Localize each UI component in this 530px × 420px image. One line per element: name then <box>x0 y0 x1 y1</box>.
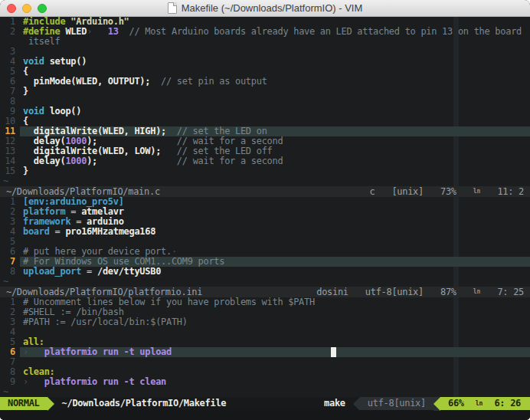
maximize-button[interactable] <box>38 4 47 13</box>
window-controls <box>7 4 47 13</box>
syntax-segment: = <box>65 207 81 217</box>
line-text <box>20 47 530 57</box>
statusline-inactive[interactable]: ~/Downloads/PlatformIO/platformio.inidos… <box>0 287 530 297</box>
statusline-path: ~/Downloads/PlatformIO/main.c <box>6 186 160 197</box>
code-line[interactable]: 3framework = arduino <box>0 217 530 227</box>
syntax-segment: pro16MHzatmega168 <box>65 227 155 237</box>
titlebar[interactable]: Makefile (~/Downloads/PlatformIO) - VIM <box>0 0 530 17</box>
syntax-segment <box>97 136 177 146</box>
line-number: 4 <box>0 227 20 237</box>
code-line[interactable]: 5all: <box>0 337 530 347</box>
syntax-segment: # For Windows OS use <box>23 257 134 267</box>
code-line[interactable]: 4 <box>0 327 530 337</box>
syntax-segment: ttyUSB0 <box>124 267 161 277</box>
line-number: 3 <box>0 47 20 57</box>
line-number: 5 <box>0 67 20 77</box>
syntax-segment: { <box>23 67 28 77</box>
statusline-inactive[interactable]: ~/Downloads/PlatformIO/main.cc[unix]73%l… <box>0 186 530 197</box>
code-line[interactable]: 6 pinMode(WLED, OUTPUT); // set pin as o… <box>0 77 530 87</box>
code-line[interactable]: 11 digitalWrite(WLED, HIGH); // set the … <box>0 126 530 136</box>
code-line[interactable]: 2platform = atmelavr <box>0 207 530 217</box>
syntax-segment: 13 <box>108 27 119 37</box>
code-line[interactable]: 9› platformio run -t clean <box>0 377 530 387</box>
line-number: 14 <box>0 156 20 166</box>
scroll-percent: 66% <box>448 397 464 410</box>
filler-line[interactable]: ~ <box>0 387 530 397</box>
syntax-segment <box>23 126 34 136</box>
code-line[interactable]: 4void setup() <box>0 57 530 67</box>
line-number: 7 <box>0 87 20 97</box>
code-line[interactable]: 10{ <box>0 116 530 126</box>
code-line[interactable]: 3 <box>0 47 530 57</box>
line-number: 4 <box>0 327 20 337</box>
code-line[interactable]: 8clean: <box>0 367 530 377</box>
position-segment: 66% ln 6: 26 <box>440 397 530 410</box>
close-button[interactable] <box>7 4 16 13</box>
code-line[interactable]: 2#define WLED› 13 // Most Arduino boards… <box>0 27 530 37</box>
line-text: platform = atmelavr <box>20 207 530 217</box>
code-line[interactable]: 8upload_port = /dev/ttyUSB0 <box>0 267 530 277</box>
syntax-segment <box>23 77 34 87</box>
line-text: › platformio run -t clean <box>20 377 530 387</box>
line-number: 6 <box>0 347 20 357</box>
line-number: 7 <box>0 257 20 267</box>
syntax-segment <box>161 146 177 156</box>
code-line[interactable]: 8 <box>0 97 530 107</box>
line-number: 5 <box>0 237 20 247</box>
code-line[interactable]: 3#PATH := /usr/local/bin:$(PATH) <box>0 317 530 327</box>
syntax-segment <box>23 136 34 146</box>
code-line[interactable]: 7# For Windows OS use COM1...COM9 ports <box>0 257 530 267</box>
syntax-segment: usr <box>76 317 92 327</box>
line-number: 2 <box>0 307 20 317</box>
syntax-segment: framework <box>23 217 70 227</box>
code-line[interactable]: 7 <box>0 357 530 367</box>
statusline-active[interactable]: NORMAL ~/Downloads/PlatformIO/Makefile m… <box>0 397 530 410</box>
code-line[interactable]: 1[env:arduino_pro5v] <box>0 197 530 207</box>
filler-line[interactable]: ~ <box>0 277 530 287</box>
command-line[interactable] <box>0 410 530 420</box>
code-line[interactable]: 14 delay(1000); // wait for a second <box>0 156 530 166</box>
code-line[interactable]: 9void loop() <box>0 107 530 116</box>
syntax-segment: › <box>23 377 28 387</box>
syntax-segment: // Most Arduino boards already have an L… <box>129 27 522 37</box>
code-line[interactable]: 6› platformio run -t upload <box>0 347 530 357</box>
line-number: 5 <box>0 337 20 347</box>
code-line[interactable]: 2#SHELL := /bin/bash <box>0 307 530 317</box>
code-line[interactable]: 5 <box>0 237 530 247</box>
code-line[interactable]: 1# Uncomment lines below if you have pro… <box>0 297 530 307</box>
line-number: 4 <box>0 57 20 67</box>
code-line[interactable]: 15} <box>0 166 530 176</box>
syntax-segment: digitalWrite(WLED, LOW); <box>34 146 161 156</box>
code-line[interactable]: 4board = pro16MHzatmega168 <box>0 227 530 237</box>
statusline-percent: 87% <box>440 287 456 297</box>
syntax-segment: /dev/ <box>97 267 124 277</box>
code-line[interactable]: 5{ <box>0 67 530 77</box>
code-line[interactable]: 12 delay(1000); // wait for a second <box>0 136 530 146</box>
line-text: # Uncomment lines below if you have prob… <box>20 297 530 307</box>
line-number: 1 <box>0 197 20 207</box>
active-file-path: ~/Downloads/PlatformIO/Makefile <box>62 397 227 410</box>
syntax-segment: board <box>23 227 50 237</box>
syntax-segment: #SHELL := /bin/bash <box>23 307 124 317</box>
line-text: upload_port = /dev/ttyUSB0 <box>20 267 530 277</box>
line-number: 6 <box>0 77 20 87</box>
line-text: all: <box>20 337 530 347</box>
line-number-icon: ln <box>473 287 481 297</box>
syntax-segment: all: <box>23 337 44 347</box>
code-line[interactable]: itself <box>0 37 530 47</box>
window-title: Makefile (~/Downloads/PlatformIO) - VIM <box>182 2 363 14</box>
syntax-segment: WLED <box>65 27 87 37</box>
filler-line[interactable]: ~ <box>0 176 530 186</box>
minimize-button[interactable] <box>22 4 31 13</box>
statusline-path: ~/Downloads/PlatformIO/platformio.ini <box>6 287 202 297</box>
syntax-segment: // wait for a second <box>177 156 283 166</box>
code-line[interactable]: 13 digitalWrite(WLED, LOW); // set the L… <box>0 146 530 156</box>
syntax-segment <box>44 107 50 116</box>
line-number: 8 <box>0 97 20 107</box>
code-line[interactable]: 1#include "Arduino.h" <box>0 17 530 27</box>
code-line[interactable]: 7} <box>0 87 530 97</box>
syntax-segment: 1000 <box>65 156 87 166</box>
syntax-segment: upload_port <box>23 267 81 277</box>
line-number: 1 <box>0 297 20 307</box>
code-line[interactable]: 6# put here your device port.· <box>0 247 530 257</box>
